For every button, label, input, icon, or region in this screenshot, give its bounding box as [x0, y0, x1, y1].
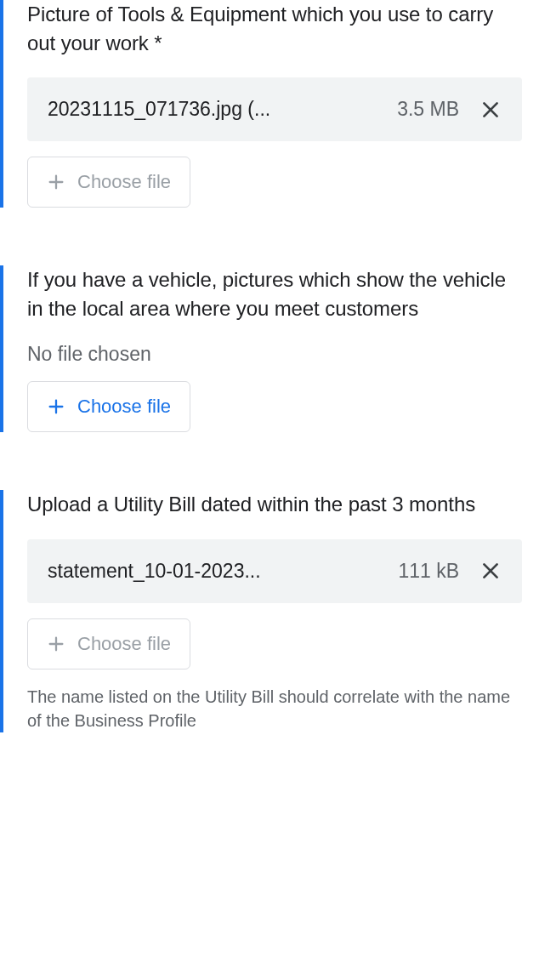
section-label: Upload a Utility Bill dated within the p… [27, 490, 522, 519]
helper-text: The name listed on the Utility Bill shou… [27, 685, 522, 732]
close-icon [479, 99, 502, 121]
remove-file-button[interactable] [479, 560, 502, 582]
remove-file-button[interactable] [479, 99, 502, 121]
file-size: 3.5 MB [397, 98, 459, 121]
close-icon [479, 560, 502, 582]
plus-icon [47, 397, 65, 416]
no-file-text: No file chosen [27, 343, 522, 366]
uploaded-file-chip: statement_10-01-2023... 111 kB [27, 539, 522, 603]
upload-section-utility-bill: Upload a Utility Bill dated within the p… [0, 490, 539, 732]
section-label: If you have a vehicle, pictures which sh… [27, 265, 522, 322]
choose-file-label: Choose file [77, 396, 171, 418]
upload-section-tools: Picture of Tools & Equipment which you u… [0, 0, 539, 208]
choose-file-button[interactable]: Choose file [27, 157, 190, 208]
choose-file-button[interactable]: Choose file [27, 618, 190, 669]
choose-file-label: Choose file [77, 633, 171, 655]
upload-section-vehicle: If you have a vehicle, pictures which sh… [0, 265, 539, 432]
plus-icon [47, 173, 65, 191]
plus-icon [47, 635, 65, 653]
uploaded-file-chip: 20231115_071736.jpg (... 3.5 MB [27, 77, 522, 141]
file-size: 111 kB [398, 560, 459, 583]
choose-file-button[interactable]: Choose file [27, 381, 190, 432]
file-name: statement_10-01-2023... [48, 560, 384, 583]
section-label: Picture of Tools & Equipment which you u… [27, 0, 522, 57]
file-name: 20231115_071736.jpg (... [48, 98, 383, 121]
choose-file-label: Choose file [77, 171, 171, 193]
